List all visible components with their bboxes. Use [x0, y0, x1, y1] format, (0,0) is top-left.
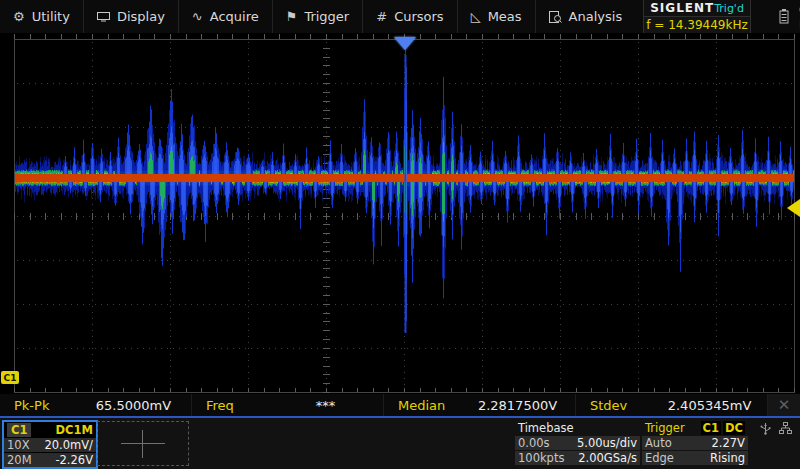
probe-area[interactable]: C1 PROBE	[779, 0, 800, 33]
siglent-logo: SIGLENT	[650, 1, 714, 15]
frequency-counter: f = 14.39449kHz	[644, 17, 750, 33]
cursors-icon: #	[376, 10, 387, 23]
timebase-title: Timebase	[515, 420, 640, 435]
lan-icon	[779, 422, 792, 435]
waveform-display[interactable]	[0, 33, 800, 394]
timebase-samplerate: 2.00GSa/s	[578, 451, 637, 465]
waveform-grid-area: C1	[0, 33, 800, 394]
menu-acquire[interactable]: ∿ Acquire	[179, 0, 273, 33]
trigger-mode: Auto	[645, 436, 672, 450]
close-measurements-button[interactable]: ✕	[768, 394, 800, 416]
flag-icon: ⚑	[286, 10, 298, 23]
meas-icon: ◺	[471, 10, 481, 23]
menu-display[interactable]: Display	[84, 0, 179, 33]
analysis-icon	[549, 11, 562, 23]
measurement-label: Pk-Pk	[0, 398, 76, 413]
measurement-freq[interactable]: Freq ***	[192, 394, 384, 416]
measurement-value: 2.2817500V	[460, 398, 575, 413]
measurement-bar: Pk-Pk 65.5000mV Freq *** Median 2.281750…	[0, 394, 800, 418]
gear-icon: ⚙	[13, 10, 25, 23]
menu-meas-label: Meas	[488, 9, 522, 24]
channel1-attenuation: 10X	[7, 438, 30, 452]
trigger-position-marker[interactable]	[394, 37, 416, 50]
status-panel: SIGLENT Trig'd f = 14.39449kHz	[643, 0, 751, 33]
trigger-level-marker[interactable]	[787, 199, 800, 217]
timebase-scale: 5.00us/div	[577, 436, 637, 450]
usb-icon	[760, 422, 771, 435]
channel1-scale: 20.0mV/	[44, 438, 93, 452]
trigger-coupling: DC	[723, 421, 745, 435]
timebase-descriptor[interactable]: Timebase 0.00s 5.00us/div 100kpts 2.00GS…	[515, 420, 640, 465]
timebase-points: 100kpts	[518, 451, 564, 465]
measurement-value: 2.405345mV	[652, 398, 767, 413]
trigger-source: C1	[701, 421, 721, 435]
channel1-descriptor[interactable]: C1 DC1M 10X 20.0mV/ 20M -2.26V	[2, 420, 98, 469]
measurement-median[interactable]: Median 2.2817500V	[384, 394, 576, 416]
add-channel-slot[interactable]	[97, 421, 189, 466]
channel1-bandwidth: 20M	[7, 453, 32, 467]
trigger-type: Edge	[645, 451, 674, 465]
crosshair-icon	[121, 430, 165, 458]
menu-cursors[interactable]: # Cursors	[363, 0, 457, 33]
menu-trigger[interactable]: ⚑ Trigger	[273, 0, 364, 33]
measurement-value: 65.5000mV	[76, 398, 191, 413]
trigger-status: Trig'd	[714, 2, 744, 15]
menu-analysis[interactable]: Analysis	[536, 0, 636, 33]
trigger-level: 2.27V	[712, 436, 745, 450]
channel-offset-badge[interactable]: C1	[1, 371, 19, 384]
close-icon: ✕	[778, 396, 791, 414]
trigger-title: Trigger	[645, 421, 685, 435]
menu-utility-label: Utility	[32, 9, 70, 24]
menu-cursors-label: Cursors	[394, 9, 444, 24]
measurement-value: ***	[268, 398, 383, 413]
timebase-delay: 0.00s	[518, 436, 550, 450]
acquire-icon: ∿	[192, 10, 203, 23]
battery-icon	[779, 9, 789, 24]
measurement-label: Stdev	[576, 398, 652, 413]
channel1-offset: -2.26V	[55, 453, 93, 467]
measurement-pkpk[interactable]: Pk-Pk 65.5000mV	[0, 394, 192, 416]
trigger-slope: Rising	[710, 451, 745, 465]
menu-meas[interactable]: ◺ Meas	[458, 0, 536, 33]
oscilloscope-screen: { "menu": { "items": [ {"label": "Utilit…	[0, 0, 800, 469]
channel1-coupling: DC1M	[56, 423, 93, 437]
menu-display-label: Display	[117, 9, 165, 24]
channel1-name: C1	[7, 423, 31, 437]
menu-utility[interactable]: ⚙ Utility	[0, 0, 84, 33]
menu-analysis-label: Analysis	[569, 9, 623, 24]
measurement-stdev[interactable]: Stdev 2.405345mV	[576, 394, 768, 416]
status-bar: C1 DC1M 10X 20.0mV/ 20M -2.26V Timebase …	[0, 418, 800, 469]
measurement-label: Freq	[192, 398, 268, 413]
menu-acquire-label: Acquire	[210, 9, 259, 24]
menu-trigger-label: Trigger	[304, 9, 349, 24]
trigger-descriptor[interactable]: Trigger C1 DC Auto 2.27V Edge Rising	[642, 420, 748, 465]
display-icon	[97, 11, 110, 23]
measurement-label: Median	[384, 398, 460, 413]
menu-bar: ⚙ Utility Display ∿ Acquire ⚑ Trigger # …	[0, 0, 800, 33]
